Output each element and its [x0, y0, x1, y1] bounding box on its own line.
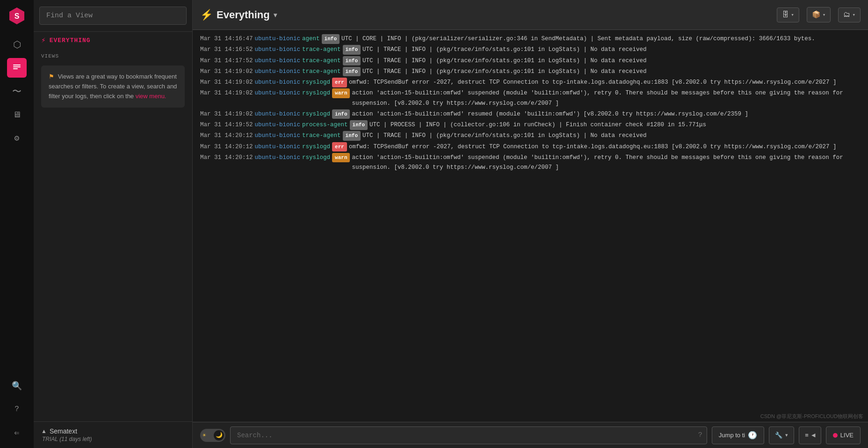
- log-line[interactable]: Mar 31 14:20:12 ubuntu-bionic rsyslogd w…: [200, 152, 861, 173]
- log-line[interactable]: Mar 31 14:20:12 ubuntu-bionic trace-agen…: [200, 130, 861, 141]
- find-view-input[interactable]: [39, 7, 187, 25]
- header-cube-button[interactable]: 📦 ▾: [807, 7, 831, 22]
- log-level-badge: info: [332, 109, 350, 119]
- log-text: UTC | TRACE | INFO | (pkg/trace/info/sta…: [362, 45, 861, 55]
- log-level-badge: info: [343, 131, 361, 141]
- log-line[interactable]: Mar 31 14:19:02 ubuntu-bionic rsyslogd w…: [200, 88, 861, 109]
- tools-chevron: ▾: [785, 432, 788, 438]
- cube-icon: 📦: [812, 10, 821, 19]
- log-line[interactable]: Mar 31 14:19:02 ubuntu-bionic rsyslogd e…: [200, 77, 861, 88]
- log-service: trace-agent: [302, 56, 341, 66]
- company-row[interactable]: ▲ Sematext: [41, 427, 185, 435]
- sidebar-everything-item[interactable]: ⚡ EVERYTHING: [34, 32, 192, 49]
- log-service: trace-agent: [302, 131, 341, 141]
- sidebar-search-area: [34, 0, 192, 32]
- log-line[interactable]: Mar 31 14:19:02 ubuntu-bionic trace-agen…: [200, 66, 861, 77]
- cube-chevron: ▾: [823, 12, 826, 18]
- nav-icon-search[interactable]: 🔍: [7, 376, 27, 396]
- view-title[interactable]: ⚡ Everything ▾: [200, 9, 277, 21]
- log-content[interactable]: Mar 31 14:16:47 ubuntu-bionic agent info…: [193, 30, 868, 422]
- log-host: ubuntu-bionic: [255, 67, 301, 77]
- search-help-icon[interactable]: ?: [698, 431, 702, 439]
- view-title-text: Everything: [217, 9, 270, 21]
- columns-icon: ≡: [805, 432, 809, 439]
- flag-icon: ⚑: [49, 73, 54, 80]
- svg-rect-3: [13, 66, 21, 67]
- columns-button[interactable]: ≡ ◀: [799, 426, 821, 444]
- log-host: ubuntu-bionic: [255, 34, 301, 44]
- layers-icon: 🗂: [843, 11, 850, 19]
- log-host: ubuntu-bionic: [255, 131, 301, 141]
- search-container: ?: [230, 426, 707, 444]
- live-dot: [833, 433, 838, 438]
- log-service: trace-agent: [302, 67, 341, 77]
- log-level-badge: info: [350, 120, 368, 130]
- log-timestamp: Mar 31 14:16:52: [200, 45, 253, 55]
- main-content: ⚡ Everything ▾ 🗄 ▾ 📦 ▾ 🗂 ▾ Mar 31 14:16:…: [193, 0, 868, 448]
- log-text: action 'action-15-builtin:omfwd' suspend…: [352, 153, 861, 173]
- nav-icon-panels[interactable]: ⬡: [7, 35, 27, 54]
- log-level-badge: warn: [332, 88, 350, 98]
- log-timestamp: Mar 31 14:16:47: [200, 34, 253, 44]
- db-chevron: ▾: [791, 12, 794, 18]
- sidebar-footer: ▲ Sematext TRIAL (11 days left): [34, 421, 192, 448]
- nav-icon-back[interactable]: ⇐: [7, 423, 27, 442]
- log-service: trace-agent: [302, 45, 341, 55]
- log-host: ubuntu-bionic: [255, 88, 301, 98]
- log-host: ubuntu-bionic: [255, 109, 301, 119]
- log-level-badge: info: [322, 34, 340, 44]
- log-line[interactable]: Mar 31 14:16:47 ubuntu-bionic agent info…: [200, 34, 861, 44]
- svg-text:S: S: [14, 12, 20, 20]
- log-timestamp: Mar 31 14:20:12: [200, 153, 253, 163]
- view-menu-link[interactable]: view menu.: [136, 93, 166, 100]
- trial-text: TRIAL (11 days left): [41, 436, 185, 442]
- log-level-badge: info: [343, 56, 361, 66]
- main-header: ⚡ Everything ▾ 🗄 ▾ 📦 ▾ 🗂 ▾: [193, 0, 868, 30]
- log-line[interactable]: Mar 31 14:17:52 ubuntu-bionic trace-agen…: [200, 56, 861, 66]
- live-button[interactable]: LIVE: [826, 426, 861, 444]
- log-level-badge: warn: [332, 153, 350, 163]
- theme-toggle[interactable]: ☀ 🌙: [200, 429, 225, 442]
- nav-icon-metrics[interactable]: 〜: [7, 81, 27, 101]
- log-host: ubuntu-bionic: [255, 120, 301, 130]
- header-db-button[interactable]: 🗄 ▾: [777, 7, 799, 22]
- log-level-badge: err: [332, 78, 347, 87]
- log-timestamp: Mar 31 14:19:02: [200, 78, 253, 87]
- sidebar: ⚡ EVERYTHING VIEWS ⚑ Views are a great w…: [34, 0, 193, 448]
- log-host: ubuntu-bionic: [255, 153, 301, 163]
- bolt-icon: ⚡: [41, 36, 46, 45]
- svg-rect-2: [13, 65, 21, 65]
- log-text: action 'action-15-builtin:omfwd' suspend…: [352, 88, 861, 108]
- log-line[interactable]: Mar 31 14:16:52 ubuntu-bionic trace-agen…: [200, 44, 861, 55]
- log-line[interactable]: Mar 31 14:20:12 ubuntu-bionic rsyslogd e…: [200, 142, 861, 152]
- columns-chevron: ◀: [811, 432, 815, 438]
- nav-icon-monitor[interactable]: 🖥: [7, 105, 27, 124]
- tools-button[interactable]: 🔧 ▾: [769, 426, 794, 444]
- app-logo[interactable]: S: [7, 6, 27, 26]
- log-search-input[interactable]: [230, 426, 707, 444]
- log-text: UTC | TRACE | INFO | (pkg/trace/info/sta…: [362, 56, 861, 66]
- nav-icon-settings[interactable]: ⚙: [7, 128, 27, 148]
- view-title-chevron: ▾: [274, 11, 277, 19]
- svg-rect-4: [13, 68, 18, 69]
- log-host: ubuntu-bionic: [255, 56, 301, 66]
- log-line[interactable]: Mar 31 14:19:02 ubuntu-bionic rsyslogd i…: [200, 109, 861, 120]
- layers-chevron: ▾: [852, 12, 855, 18]
- everything-label: EVERYTHING: [50, 37, 91, 44]
- header-layers-button[interactable]: 🗂 ▾: [838, 7, 861, 22]
- log-text: UTC | TRACE | INFO | (pkg/trace/info/sta…: [362, 67, 861, 77]
- jump-to-time-button[interactable]: Jump to ti 🕐: [712, 426, 764, 444]
- live-label: LIVE: [840, 432, 854, 439]
- log-service: rsyslogd: [302, 153, 330, 163]
- log-line[interactable]: Mar 31 14:19:52 ubuntu-bionic process-ag…: [200, 120, 861, 130]
- nav-bar: S ⬡ 〜 🖥 ⚙ 🔍 ? ⇐: [0, 0, 34, 448]
- log-timestamp: Mar 31 14:20:12: [200, 131, 253, 141]
- log-text: omfwd: TCPSendBuf error -2027, destruct …: [349, 142, 861, 152]
- log-level-badge: err: [332, 142, 347, 152]
- nav-icon-logs[interactable]: [7, 58, 27, 78]
- toggle-knob: 🌙: [214, 430, 224, 441]
- log-service: rsyslogd: [302, 109, 330, 119]
- log-host: ubuntu-bionic: [255, 142, 301, 152]
- log-service: rsyslogd: [302, 78, 330, 87]
- nav-icon-help[interactable]: ?: [7, 399, 27, 419]
